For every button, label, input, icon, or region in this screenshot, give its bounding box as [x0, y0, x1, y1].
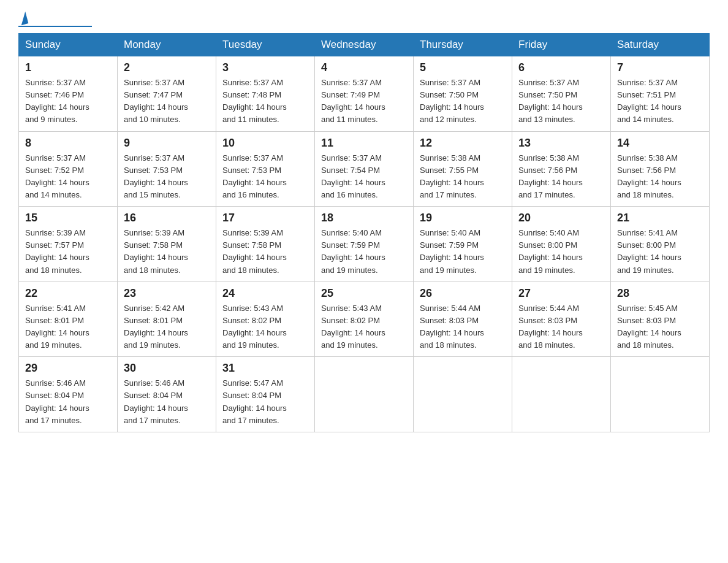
calendar-cell: 10 Sunrise: 5:37 AMSunset: 7:53 PMDaylig…: [216, 131, 315, 207]
calendar-cell: 3 Sunrise: 5:37 AMSunset: 7:48 PMDayligh…: [216, 56, 315, 132]
logo: [18, 12, 92, 27]
day-number: 24: [222, 287, 308, 300]
day-number: 28: [617, 287, 703, 300]
calendar-week-row: 15 Sunrise: 5:39 AMSunset: 7:57 PMDaylig…: [19, 207, 710, 282]
calendar-cell: 30 Sunrise: 5:46 AMSunset: 8:04 PMDaylig…: [118, 357, 216, 432]
calendar-cell: 29 Sunrise: 5:46 AMSunset: 8:04 PMDaylig…: [19, 357, 118, 432]
day-info: Sunrise: 5:41 AMSunset: 8:00 PMDaylight:…: [617, 228, 681, 274]
calendar-cell: 18 Sunrise: 5:40 AMSunset: 7:59 PMDaylig…: [315, 207, 414, 282]
calendar-cell: 8 Sunrise: 5:37 AMSunset: 7:52 PMDayligh…: [19, 131, 118, 207]
calendar-cell: 9 Sunrise: 5:37 AMSunset: 7:53 PMDayligh…: [118, 131, 216, 207]
calendar-cell: [315, 357, 414, 432]
day-number: 18: [321, 212, 407, 224]
day-info: Sunrise: 5:47 AMSunset: 8:04 PMDaylight:…: [222, 378, 287, 424]
day-number: 30: [124, 362, 210, 375]
calendar-cell: 14 Sunrise: 5:38 AMSunset: 7:56 PMDaylig…: [611, 131, 710, 207]
weekday-header-monday: Monday: [118, 34, 216, 56]
calendar-cell: 15 Sunrise: 5:39 AMSunset: 7:57 PMDaylig…: [19, 207, 118, 282]
day-info: Sunrise: 5:43 AMSunset: 8:02 PMDaylight:…: [222, 304, 287, 350]
day-number: 14: [617, 137, 703, 150]
day-info: Sunrise: 5:40 AMSunset: 7:59 PMDaylight:…: [420, 228, 484, 274]
day-info: Sunrise: 5:37 AMSunset: 7:50 PMDaylight:…: [518, 78, 583, 124]
calendar-cell: 5 Sunrise: 5:37 AMSunset: 7:50 PMDayligh…: [414, 56, 512, 132]
day-info: Sunrise: 5:42 AMSunset: 8:01 PMDaylight:…: [124, 304, 188, 350]
day-info: Sunrise: 5:38 AMSunset: 7:56 PMDaylight:…: [617, 153, 681, 199]
calendar-cell: 2 Sunrise: 5:37 AMSunset: 7:47 PMDayligh…: [118, 56, 216, 132]
day-number: 26: [420, 287, 506, 300]
day-number: 10: [222, 137, 308, 150]
day-number: 1: [25, 61, 111, 74]
day-info: Sunrise: 5:46 AMSunset: 8:04 PMDaylight:…: [124, 378, 188, 424]
day-info: Sunrise: 5:37 AMSunset: 7:53 PMDaylight:…: [222, 153, 287, 199]
day-info: Sunrise: 5:43 AMSunset: 8:02 PMDaylight:…: [321, 304, 385, 350]
calendar-cell: 7 Sunrise: 5:37 AMSunset: 7:51 PMDayligh…: [611, 56, 710, 132]
day-number: 21: [617, 212, 703, 224]
day-info: Sunrise: 5:37 AMSunset: 7:51 PMDaylight:…: [617, 78, 681, 124]
day-number: 25: [321, 287, 407, 300]
day-info: Sunrise: 5:37 AMSunset: 7:53 PMDaylight:…: [124, 153, 188, 199]
calendar-cell: 24 Sunrise: 5:43 AMSunset: 8:02 PMDaylig…: [216, 282, 315, 357]
calendar-cell: 13 Sunrise: 5:38 AMSunset: 7:56 PMDaylig…: [512, 131, 611, 207]
day-number: 19: [420, 212, 506, 224]
weekday-header-tuesday: Tuesday: [216, 34, 315, 56]
calendar-cell: 28 Sunrise: 5:45 AMSunset: 8:03 PMDaylig…: [611, 282, 710, 357]
day-info: Sunrise: 5:39 AMSunset: 7:58 PMDaylight:…: [124, 228, 188, 274]
calendar-week-row: 22 Sunrise: 5:41 AMSunset: 8:01 PMDaylig…: [19, 282, 710, 357]
calendar-cell: 25 Sunrise: 5:43 AMSunset: 8:02 PMDaylig…: [315, 282, 414, 357]
calendar-cell: 12 Sunrise: 5:38 AMSunset: 7:55 PMDaylig…: [414, 131, 512, 207]
logo-text: [18, 12, 28, 25]
calendar-cell: [414, 357, 512, 432]
day-number: 4: [321, 61, 407, 74]
day-info: Sunrise: 5:45 AMSunset: 8:03 PMDaylight:…: [617, 304, 681, 350]
day-info: Sunrise: 5:37 AMSunset: 7:49 PMDaylight:…: [321, 78, 385, 124]
calendar-cell: 20 Sunrise: 5:40 AMSunset: 8:00 PMDaylig…: [512, 207, 611, 282]
calendar-cell: 6 Sunrise: 5:37 AMSunset: 7:50 PMDayligh…: [512, 56, 611, 132]
day-number: 11: [321, 137, 407, 150]
calendar-cell: 31 Sunrise: 5:47 AMSunset: 8:04 PMDaylig…: [216, 357, 315, 432]
day-number: 3: [222, 61, 308, 74]
day-info: Sunrise: 5:37 AMSunset: 7:47 PMDaylight:…: [124, 78, 188, 124]
day-number: 6: [518, 61, 604, 74]
calendar-cell: 27 Sunrise: 5:44 AMSunset: 8:03 PMDaylig…: [512, 282, 611, 357]
day-info: Sunrise: 5:41 AMSunset: 8:01 PMDaylight:…: [25, 304, 89, 350]
day-info: Sunrise: 5:38 AMSunset: 7:55 PMDaylight:…: [420, 153, 484, 199]
calendar-cell: [512, 357, 611, 432]
day-info: Sunrise: 5:37 AMSunset: 7:52 PMDaylight:…: [25, 153, 89, 199]
day-info: Sunrise: 5:38 AMSunset: 7:56 PMDaylight:…: [518, 153, 583, 199]
calendar-cell: [611, 357, 710, 432]
calendar-cell: 26 Sunrise: 5:44 AMSunset: 8:03 PMDaylig…: [414, 282, 512, 357]
page-header: [18, 12, 710, 27]
calendar-cell: 4 Sunrise: 5:37 AMSunset: 7:49 PMDayligh…: [315, 56, 414, 132]
calendar-week-row: 1 Sunrise: 5:37 AMSunset: 7:46 PMDayligh…: [19, 56, 710, 132]
day-info: Sunrise: 5:37 AMSunset: 7:50 PMDaylight:…: [420, 78, 484, 124]
weekday-header-friday: Friday: [512, 34, 611, 56]
calendar-cell: 23 Sunrise: 5:42 AMSunset: 8:01 PMDaylig…: [118, 282, 216, 357]
day-number: 29: [25, 362, 111, 375]
calendar-cell: 11 Sunrise: 5:37 AMSunset: 7:54 PMDaylig…: [315, 131, 414, 207]
logo-line: [18, 26, 92, 27]
day-info: Sunrise: 5:39 AMSunset: 7:58 PMDaylight:…: [222, 228, 287, 274]
day-info: Sunrise: 5:46 AMSunset: 8:04 PMDaylight:…: [25, 378, 89, 424]
calendar-cell: 17 Sunrise: 5:39 AMSunset: 7:58 PMDaylig…: [216, 207, 315, 282]
weekday-header-row: SundayMondayTuesdayWednesdayThursdayFrid…: [19, 34, 710, 56]
calendar-cell: 19 Sunrise: 5:40 AMSunset: 7:59 PMDaylig…: [414, 207, 512, 282]
weekday-header-wednesday: Wednesday: [315, 34, 414, 56]
day-number: 20: [518, 212, 604, 224]
day-number: 17: [222, 212, 308, 224]
calendar-cell: 1 Sunrise: 5:37 AMSunset: 7:46 PMDayligh…: [19, 56, 118, 132]
day-info: Sunrise: 5:40 AMSunset: 8:00 PMDaylight:…: [518, 228, 583, 274]
calendar-cell: 16 Sunrise: 5:39 AMSunset: 7:58 PMDaylig…: [118, 207, 216, 282]
day-number: 13: [518, 137, 604, 150]
calendar-table: SundayMondayTuesdayWednesdayThursdayFrid…: [18, 33, 710, 432]
calendar-cell: 22 Sunrise: 5:41 AMSunset: 8:01 PMDaylig…: [19, 282, 118, 357]
weekday-header-thursday: Thursday: [414, 34, 512, 56]
day-number: 22: [25, 287, 111, 300]
day-number: 7: [617, 61, 703, 74]
day-info: Sunrise: 5:37 AMSunset: 7:54 PMDaylight:…: [321, 153, 385, 199]
calendar-cell: 21 Sunrise: 5:41 AMSunset: 8:00 PMDaylig…: [611, 207, 710, 282]
day-number: 9: [124, 137, 210, 150]
day-number: 31: [222, 362, 308, 375]
logo-triangle-icon: [18, 12, 29, 25]
day-number: 16: [124, 212, 210, 224]
day-number: 15: [25, 212, 111, 224]
